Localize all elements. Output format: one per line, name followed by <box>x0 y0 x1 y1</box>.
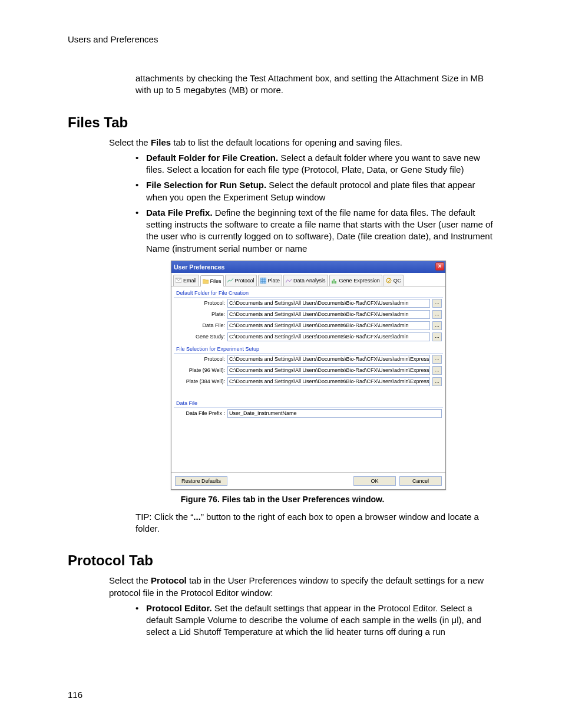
envelope-icon <box>176 278 181 284</box>
figure-caption: Figure 76. Files tab in the User Prefere… <box>68 495 497 504</box>
svg-rect-7 <box>333 279 335 284</box>
qc-icon <box>386 278 392 284</box>
ok-button[interactable]: OK <box>353 476 396 486</box>
browse-button[interactable]: ... <box>432 332 442 341</box>
input-genestudy-folder[interactable]: C:\Documents and Settings\All Users\Docu… <box>227 332 430 341</box>
tab-gene-expression[interactable]: Gene Expression <box>329 275 382 286</box>
bullet-item: Protocol Editor. Set the default setting… <box>135 602 497 638</box>
bullet-item: Data File Prefix. Define the beginning t… <box>135 207 497 255</box>
analysis-icon <box>286 278 292 284</box>
browse-button[interactable]: ... <box>432 299 442 308</box>
section-file-selection: File Selection for Experiment Setup <box>174 342 443 354</box>
section-default-folder: Default Folder for File Creation <box>174 286 443 298</box>
files-bullet-list: Default Folder for File Creation. Select… <box>135 152 497 255</box>
grid-icon <box>260 278 266 284</box>
page-header: Users and Preferences <box>68 34 497 44</box>
files-tab-heading: Files Tab <box>68 114 497 131</box>
label-protocol: Protocol: <box>175 300 225 306</box>
section-data-file: Data File <box>174 397 443 408</box>
label-plate: Plate: <box>175 311 225 317</box>
browse-button[interactable]: ... <box>432 366 442 375</box>
label-plate384: Plate (384 Well): <box>175 378 225 384</box>
input-prefix[interactable]: User_Date_InstrumentName <box>227 409 442 418</box>
browse-button[interactable]: ... <box>432 321 442 330</box>
protocol-bullet-list: Protocol Editor. Set the default setting… <box>135 602 497 638</box>
input-plate-folder[interactable]: C:\Documents and Settings\All Users\Docu… <box>227 310 430 319</box>
page-number: 116 <box>68 690 82 700</box>
input-plate384[interactable]: C:\Documents and Settings\All Users\Docu… <box>227 377 430 386</box>
svg-point-9 <box>386 278 391 283</box>
protocol-tab-heading: Protocol Tab <box>68 552 497 569</box>
protocol-intro: Select the Protocol tab in the User Pref… <box>109 575 497 599</box>
restore-defaults-button[interactable]: Restore Defaults <box>175 476 227 486</box>
files-intro: Select the Files tab to list the default… <box>109 137 497 149</box>
close-icon[interactable]: × <box>435 262 444 271</box>
tab-strip: Email Files Protocol Plate Data Analysis… <box>171 273 445 286</box>
lead-paragraph: attachments by checking the Test Attachm… <box>135 73 497 97</box>
browse-button[interactable]: ... <box>432 310 442 319</box>
bullet-item: Default Folder for File Creation. Select… <box>135 152 497 176</box>
input-plate96[interactable]: C:\Documents and Settings\All Users\Docu… <box>227 366 430 375</box>
bars-icon <box>332 278 338 284</box>
svg-rect-6 <box>332 281 333 284</box>
browse-button[interactable]: ... <box>432 355 442 364</box>
input-protocol-folder[interactable]: C:\Documents and Settings\All Users\Docu… <box>227 299 430 308</box>
tip-text: TIP: Click the “...” button to the right… <box>135 511 497 535</box>
tab-protocol[interactable]: Protocol <box>225 275 257 286</box>
svg-rect-8 <box>335 281 336 284</box>
bullet-item: File Selection for Run Setup. Select the… <box>135 179 497 203</box>
tab-files[interactable]: Files <box>200 275 224 286</box>
window-title: User Preferences <box>174 263 224 271</box>
browse-button[interactable]: ... <box>432 377 442 386</box>
folder-icon <box>203 278 209 284</box>
preferences-window: User Preferences × Email Files Protocol … <box>171 261 445 490</box>
tab-email[interactable]: Email <box>173 275 199 286</box>
chart-icon <box>227 278 233 284</box>
tab-data-analysis[interactable]: Data Analysis <box>283 275 328 286</box>
input-datafile-folder[interactable]: C:\Documents and Settings\All Users\Docu… <box>227 321 430 330</box>
label-prefix: Data File Prefix : <box>175 410 225 416</box>
label-data-file: Data File: <box>175 322 225 328</box>
cancel-button[interactable]: Cancel <box>399 476 442 486</box>
tab-qc[interactable]: QC <box>384 275 404 286</box>
label-protocol-sel: Protocol: <box>175 356 225 362</box>
label-gene-study: Gene Study: <box>175 334 225 340</box>
label-plate96: Plate (96 Well): <box>175 367 225 373</box>
window-titlebar: User Preferences × <box>171 261 445 273</box>
tab-plate[interactable]: Plate <box>258 275 283 286</box>
input-protocol-sel[interactable]: C:\Documents and Settings\All Users\Docu… <box>227 355 430 364</box>
svg-rect-1 <box>260 278 266 284</box>
